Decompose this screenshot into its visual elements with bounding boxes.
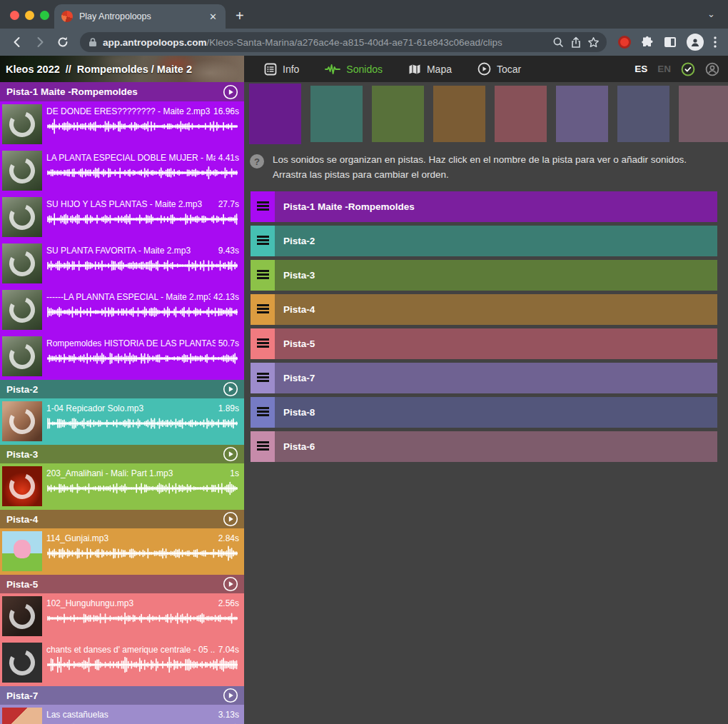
track-row-label[interactable]: Pista-2 xyxy=(283,236,315,246)
side-panel-icon[interactable] xyxy=(664,36,677,48)
audio-clip[interactable]: LA PLANTA ESPECIAL DOBLE MUJER - Mai...4… xyxy=(0,148,244,194)
track-section-name[interactable]: Pista-4 xyxy=(6,514,223,525)
close-window-button[interactable] xyxy=(10,11,19,20)
track-row[interactable]: Pista-8 xyxy=(251,397,717,428)
track-row-body[interactable]: Pista-7 xyxy=(275,363,717,393)
tab-close-icon[interactable]: ✕ xyxy=(208,11,218,22)
minimize-window-button[interactable] xyxy=(25,11,34,20)
nav-item-sonidos[interactable]: Sonidos xyxy=(315,56,393,82)
track-row-body[interactable]: Pista-6 xyxy=(275,431,717,462)
track-section-header[interactable]: Pista-2 xyxy=(0,380,244,398)
lang-en-button[interactable]: EN xyxy=(657,64,671,74)
track-row[interactable]: Pista-6 xyxy=(251,431,717,462)
track-row-body[interactable]: Pista-8 xyxy=(275,397,717,428)
audio-clip[interactable]: 203_Amalihani - Mali: Part 1.mp31s xyxy=(0,463,244,510)
play-track-icon[interactable] xyxy=(223,576,238,592)
breadcrumb[interactable]: Kleos 2022 // Rompemoldes / Maite 2 xyxy=(6,56,192,82)
track-row-body[interactable]: Pista-5 xyxy=(275,328,717,359)
forward-button[interactable] xyxy=(30,32,50,52)
track-color-swatch-1[interactable] xyxy=(249,84,301,144)
play-track-icon[interactable] xyxy=(223,511,238,527)
track-color-swatch-7[interactable] xyxy=(617,86,669,142)
track-section-name[interactable]: Pista-2 xyxy=(6,384,223,395)
track-row-label[interactable]: Pista-4 xyxy=(283,304,315,315)
track-row-label[interactable]: Pista-7 xyxy=(283,373,315,383)
track-section-name[interactable]: Pista-1 Maite -Rompemoldes xyxy=(6,86,223,97)
zoom-page-icon[interactable] xyxy=(552,36,565,49)
track-section-header[interactable]: Pista-1 Maite -Rompemoldes xyxy=(0,82,244,101)
audio-clip[interactable]: 102_Hunguhungu.mp32.56s xyxy=(0,593,244,640)
drag-handle[interactable] xyxy=(251,294,275,325)
audio-clip[interactable]: 114_Gunjai.mp32.84s xyxy=(0,528,244,575)
nav-item-info[interactable]: Info xyxy=(254,56,309,82)
audio-clip[interactable]: SU HIJO Y LAS PLANTAS - Maite 2.mp327.7s xyxy=(0,194,244,241)
browser-profile-avatar[interactable] xyxy=(687,34,704,51)
track-row-body[interactable]: Pista-2 xyxy=(275,226,717,256)
audio-clip[interactable]: Las castañuelas3.13s xyxy=(0,705,244,724)
audio-clip[interactable]: ------LA PLANNTA ESPECIAL - Maite 2.mp34… xyxy=(0,287,244,333)
track-row-label[interactable]: Pista-3 xyxy=(283,270,315,281)
track-section-header[interactable]: Pista-5 xyxy=(0,575,244,593)
address-bar[interactable]: app.antropoloops.com/Kleos-Santa-Marina/… xyxy=(80,32,607,52)
track-color-swatch-8[interactable] xyxy=(679,86,728,142)
track-row[interactable]: Pista-1 Maite -Rompemoldes xyxy=(251,191,717,222)
mac-window-controls[interactable] xyxy=(10,11,49,20)
url-text[interactable]: app.antropoloops.com/Kleos-Santa-Marina/… xyxy=(103,37,547,48)
track-row-body[interactable]: Pista-4 xyxy=(275,294,717,325)
track-row[interactable]: Pista-2 xyxy=(251,226,717,256)
drag-handle[interactable] xyxy=(251,226,275,256)
track-row[interactable]: Pista-7 xyxy=(251,363,717,393)
track-section-name[interactable]: Pista-3 xyxy=(6,449,223,460)
audio-clip[interactable]: Rompemoldes HISTORIA DE LAS PLANTAS...50… xyxy=(0,333,244,380)
drag-handle[interactable] xyxy=(251,363,275,393)
track-section-header[interactable]: Pista-4 xyxy=(0,510,244,528)
account-circle-icon[interactable] xyxy=(705,62,719,76)
track-row-body[interactable]: Pista-1 Maite -Rompemoldes xyxy=(275,191,717,222)
nav-item-tocar[interactable]: Tocar xyxy=(467,56,531,82)
tab-search-chevron-icon[interactable]: ⌄ xyxy=(707,9,715,19)
track-row[interactable]: Pista-5 xyxy=(251,328,717,359)
share-icon[interactable] xyxy=(570,36,582,49)
extensions-puzzle-icon[interactable] xyxy=(641,36,654,49)
play-track-icon[interactable] xyxy=(223,84,238,100)
audio-clip[interactable]: chants et danses d' amerique centrale - … xyxy=(0,640,244,686)
browser-tab[interactable]: Play Antropoloops ✕ xyxy=(54,4,226,29)
drag-handle[interactable] xyxy=(251,397,275,428)
track-row[interactable]: Pista-4 xyxy=(251,294,717,325)
play-track-icon[interactable] xyxy=(223,688,238,703)
breadcrumb-project[interactable]: Kleos 2022 xyxy=(6,64,60,75)
drag-handle[interactable] xyxy=(251,328,275,359)
play-track-icon[interactable] xyxy=(223,381,238,397)
sync-check-icon[interactable] xyxy=(681,62,695,76)
track-section-name[interactable]: Pista-5 xyxy=(6,579,223,590)
track-row-body[interactable]: Pista-3 xyxy=(275,260,717,291)
reload-button[interactable] xyxy=(53,32,73,52)
track-row-label[interactable]: Pista-1 Maite -Rompemoldes xyxy=(283,201,415,212)
lang-es-button[interactable]: ES xyxy=(635,64,647,74)
track-section-name[interactable]: Pista-7 xyxy=(6,690,223,701)
track-section-header[interactable]: Pista-3 xyxy=(0,445,244,463)
play-track-icon[interactable] xyxy=(223,446,238,462)
track-color-swatch-3[interactable] xyxy=(372,86,424,142)
track-color-swatch-6[interactable] xyxy=(556,86,608,142)
zoom-window-button[interactable] xyxy=(40,11,49,20)
recording-indicator-icon[interactable] xyxy=(618,36,631,49)
kebab-menu-icon[interactable] xyxy=(714,36,717,48)
audio-clip[interactable]: SU PLANTA FAVORITA - Maite 2.mp39.43s xyxy=(0,241,244,287)
track-color-swatch-5[interactable] xyxy=(495,86,547,142)
track-color-swatch-4[interactable] xyxy=(433,86,485,142)
track-row-label[interactable]: Pista-6 xyxy=(283,441,315,452)
bookmark-star-icon[interactable] xyxy=(587,36,600,49)
track-color-swatch-2[interactable] xyxy=(310,86,363,142)
track-row-label[interactable]: Pista-5 xyxy=(283,338,315,349)
drag-handle[interactable] xyxy=(251,431,275,462)
audio-clip[interactable]: 1-04 Repicador Solo.mp31.89s xyxy=(0,398,244,445)
back-button[interactable] xyxy=(7,32,27,52)
new-tab-button[interactable]: + xyxy=(236,8,244,24)
drag-handle[interactable] xyxy=(251,191,275,222)
audio-clip[interactable]: DE DONDE ERES???????? - Maite 2.mp316.96… xyxy=(0,101,244,148)
track-row[interactable]: Pista-3 xyxy=(251,260,717,291)
track-row-label[interactable]: Pista-8 xyxy=(283,407,315,418)
track-section-header[interactable]: Pista-7 xyxy=(0,686,244,705)
nav-item-mapa[interactable]: Mapa xyxy=(398,56,462,82)
